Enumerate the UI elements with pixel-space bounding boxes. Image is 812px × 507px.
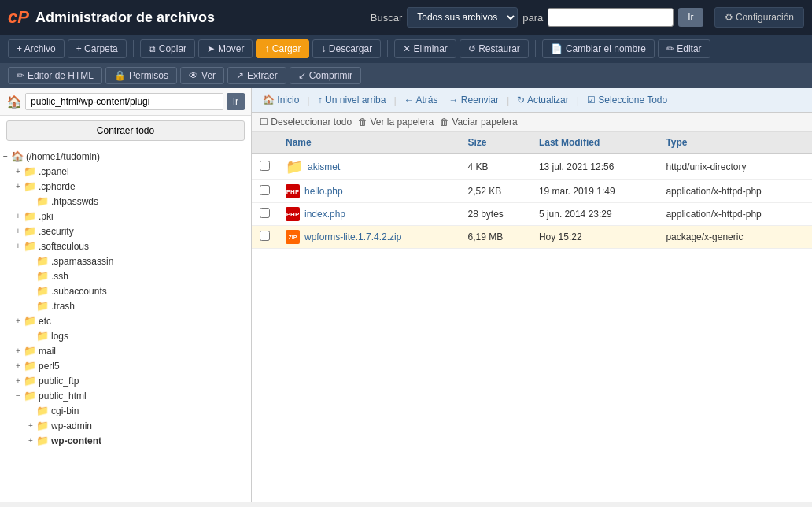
tree-label-home: (/home1/tudomin) xyxy=(26,151,100,162)
search-bar: Buscar Todos sus archivos para Ir ⚙ Conf… xyxy=(371,7,804,28)
tree-label-softaculous: .softaculous xyxy=(39,241,89,252)
tree-item-public_html[interactable]: −📁public_html xyxy=(0,388,251,403)
tree-item-logs[interactable]: 📁logs xyxy=(0,328,251,343)
tree-item-public_ftp[interactable]: +📁public_ftp xyxy=(0,373,251,388)
header-modified[interactable]: Last Modified xyxy=(531,132,658,154)
header-type[interactable]: Type xyxy=(658,132,812,154)
nuevo-archivo-button[interactable]: + Archivo xyxy=(8,39,65,58)
tree-item-mail[interactable]: +📁mail xyxy=(0,343,251,358)
tree-toggle-home: − xyxy=(0,152,11,161)
permisos-button[interactable]: 🔒 Permisos xyxy=(105,67,177,84)
tree-item-perl5[interactable]: +📁perl5 xyxy=(0,358,251,373)
row-checkbox[interactable] xyxy=(260,231,270,241)
descargar-button[interactable]: ↓ Descargar xyxy=(312,39,381,58)
path-input[interactable] xyxy=(25,93,223,110)
file-size-cell: 28 bytes xyxy=(460,203,531,226)
para-label: para xyxy=(522,12,543,24)
atras-button[interactable]: ← Atrás xyxy=(401,93,441,107)
seleccione-todo-button[interactable]: ☑ Seleccione Todo xyxy=(584,93,670,107)
row-checkbox-cell xyxy=(252,154,278,180)
row-checkbox[interactable] xyxy=(260,208,270,218)
tree-item-cgi_bin[interactable]: 📁cgi-bin xyxy=(0,403,251,418)
un-nivel-button[interactable]: ↑ Un nivel arriba xyxy=(315,93,389,107)
file-name-link[interactable]: hello.php xyxy=(304,186,343,197)
tree-item-htpasswds[interactable]: 📁.htpasswds xyxy=(0,194,251,209)
html-editor-icon: ✏ xyxy=(17,70,24,81)
file-table: Name Size Last Modified Type 📁 akismet 4… xyxy=(252,132,812,249)
table-row[interactable]: 📁 akismet 4 KB 13 jul. 2021 12:56 httpd/… xyxy=(252,154,812,180)
tree-item-ssh[interactable]: 📁.ssh xyxy=(0,268,251,283)
vaciar-papelera-button[interactable]: 🗑 Vaciar papelera xyxy=(440,117,518,128)
file-size-cell: 2,52 KB xyxy=(460,180,531,203)
file-tree: −🏠(/home1/tudomin)+📁.cpanel+📁.cphorde📁.h… xyxy=(0,146,251,502)
tree-label-cpanel: .cpanel xyxy=(39,166,69,177)
extraer-button[interactable]: ↗ Extraer xyxy=(227,67,286,84)
tree-item-etc[interactable]: +📁etc xyxy=(0,313,251,328)
tree-item-spamassassin[interactable]: 📁.spamassassin xyxy=(0,254,251,268)
cambiar-nombre-button[interactable]: 📄 Cambiar el nombre xyxy=(542,39,655,58)
file-name-cell: PHP index.php xyxy=(278,203,460,226)
mover-button[interactable]: ➤ Mover xyxy=(198,39,253,58)
tree-toggle-wp_content: + xyxy=(25,436,36,445)
row-checkbox[interactable] xyxy=(260,161,270,171)
copiar-button[interactable]: ⧉ Copiar xyxy=(140,39,195,58)
ver-button[interactable]: 👁 Ver xyxy=(180,67,224,84)
reenviar-button[interactable]: → Reenviar xyxy=(446,93,502,107)
tree-item-wp_admin[interactable]: +📁wp-admin xyxy=(0,418,251,433)
comprimir-button[interactable]: ↙ Comprimir xyxy=(290,67,361,84)
row-checkbox[interactable] xyxy=(260,185,270,195)
tree-item-cpanel[interactable]: +📁.cpanel xyxy=(0,164,251,179)
tree-label-cgi_bin: cgi-bin xyxy=(51,405,79,416)
tree-item-wp_content[interactable]: +📁wp-content xyxy=(0,433,251,448)
tree-label-ssh: .ssh xyxy=(51,271,68,282)
folder-icon: 📁 xyxy=(286,158,303,176)
ir-button[interactable]: Ir xyxy=(678,8,703,27)
path-go-button[interactable]: Ir xyxy=(227,93,245,110)
tree-toggle-perl5: + xyxy=(13,361,24,370)
tree-label-perl5: perl5 xyxy=(39,361,60,372)
tree-item-subaccounts[interactable]: 📁.subaccounts xyxy=(0,283,251,298)
tree-item-security[interactable]: +📁.security xyxy=(0,224,251,239)
tree-toggle-wp_admin: + xyxy=(25,421,36,430)
restaurar-button[interactable]: ↺ Restaurar xyxy=(460,39,529,58)
tree-item-cphorde[interactable]: +📁.cphorde xyxy=(0,179,251,194)
tree-toggle-pki: + xyxy=(13,212,24,220)
tree-item-pki[interactable]: +📁.pki xyxy=(0,209,251,224)
actualizar-button[interactable]: ↻ Actualizar xyxy=(514,93,571,107)
collapse-button[interactable]: Contraer todo xyxy=(6,120,245,141)
php-icon: PHP xyxy=(286,184,300,198)
html-editor-button[interactable]: ✏ Editor de HTML xyxy=(8,67,102,84)
eliminar-button[interactable]: ✕ Eliminar xyxy=(394,39,456,58)
file-modified-cell: Hoy 15:22 xyxy=(531,226,658,249)
editar-button[interactable]: ✏ Editar xyxy=(658,39,710,58)
folder-icon-cphorde: 📁 xyxy=(24,180,36,192)
home-icon: 🏠 xyxy=(6,94,22,109)
table-row[interactable]: PHP hello.php 2,52 KB 19 mar. 2019 1:49 … xyxy=(252,180,812,203)
file-name-link[interactable]: wpforms-lite.1.7.4.2.zip xyxy=(304,231,401,242)
cargar-button[interactable]: ↑ Cargar xyxy=(256,39,309,58)
ver-papelera-button[interactable]: 🗑 Ver la papelera xyxy=(358,117,434,128)
inicio-button[interactable]: 🏠 Inicio xyxy=(260,93,302,107)
tree-item-home[interactable]: −🏠(/home1/tudomin) xyxy=(0,149,251,164)
folder-icon-security: 📁 xyxy=(24,225,36,237)
file-type-cell: application/x-httpd-php xyxy=(658,180,812,203)
search-input[interactable] xyxy=(548,8,674,27)
tree-label-htpasswds: .htpasswds xyxy=(51,196,98,207)
header-name[interactable]: Name xyxy=(278,132,460,154)
file-name-link[interactable]: akismet xyxy=(308,161,340,172)
file-type-cell: httpd/unix-directory xyxy=(658,154,812,180)
nueva-carpeta-button[interactable]: + Carpeta xyxy=(68,39,127,58)
search-scope-select[interactable]: Todos sus archivos xyxy=(407,7,518,28)
move-icon: ➤ xyxy=(207,43,215,54)
table-row[interactable]: ZIP wpforms-lite.1.7.4.2.zip 6,19 MB Hoy… xyxy=(252,226,812,249)
file-name-link[interactable]: index.php xyxy=(304,209,345,220)
file-area: 🏠 Inicio | ↑ Un nivel arriba | ← Atrás →… xyxy=(252,88,812,502)
file-modified-cell: 19 mar. 2019 1:49 xyxy=(531,180,658,203)
tree-toggle-public_ftp: + xyxy=(13,376,24,385)
deseleccionar-button[interactable]: ☐ Deseleccionar todo xyxy=(260,117,352,128)
tree-item-softaculous[interactable]: +📁.softaculous xyxy=(0,239,251,254)
config-button[interactable]: ⚙ Configuración xyxy=(714,7,804,28)
table-row[interactable]: PHP index.php 28 bytes 5 jun. 2014 23:29… xyxy=(252,203,812,226)
tree-item-trash[interactable]: 📁.trash xyxy=(0,298,251,313)
header-size[interactable]: Size xyxy=(460,132,531,154)
